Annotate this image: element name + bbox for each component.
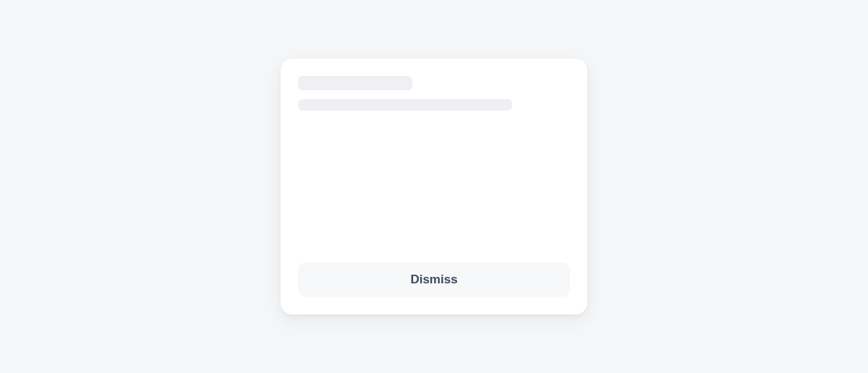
modal-content-area [298, 111, 570, 262]
modal-card: Dismiss [281, 59, 587, 314]
skeleton-title-placeholder [298, 76, 412, 90]
dismiss-button[interactable]: Dismiss [298, 262, 570, 297]
skeleton-subtitle-placeholder [298, 99, 512, 111]
